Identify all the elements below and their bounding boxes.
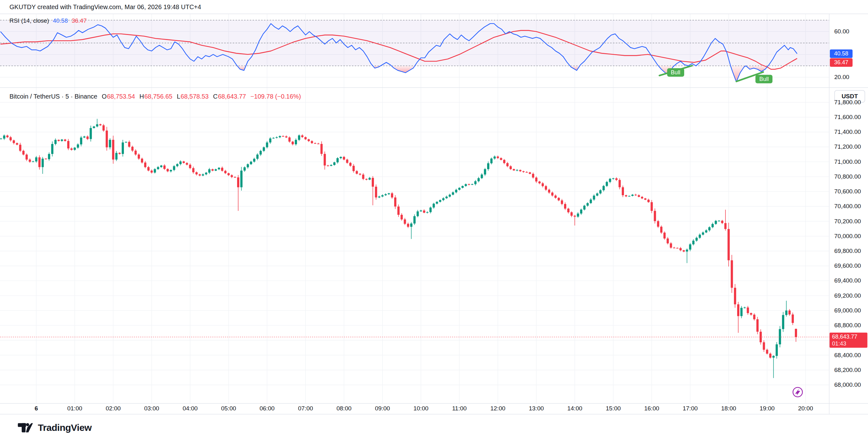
ohlc-high: H68,756.65 [140, 93, 172, 100]
tradingview-logo-icon [17, 421, 34, 435]
price-axis-label: 68,200.00 [834, 367, 861, 374]
time-axis-label: 06:00 [259, 405, 275, 412]
rsi-axis-label: 20.00 [834, 74, 849, 81]
time-axis-label: 16:00 [644, 405, 659, 412]
rsi-axis-badge: 40.58 [830, 49, 852, 58]
price-axis-label: 70,000.00 [834, 233, 861, 240]
symbol-title: Bitcoin / TetherUS · 5 · Binance [9, 93, 97, 100]
time-axis-label: 02:00 [105, 405, 121, 412]
time-axis-label: 18:00 [721, 405, 736, 412]
price-axis-label: 70,400.00 [834, 203, 861, 210]
change-value: −109.78 (−0.16%) [250, 93, 301, 100]
chart-attribution-header: GKUTDY created with TradingView.com, Mar… [9, 0, 201, 14]
rsi-indicator-legend[interactable]: RSI (14, close) 40.58 36.47 [9, 17, 87, 25]
rsi-ma-axis-badge: 36.47 [830, 58, 852, 67]
time-axis-label: 05:00 [221, 405, 236, 412]
price-axis-label: 71,800.00 [834, 99, 861, 106]
time-axis-label: 10:00 [413, 405, 429, 412]
time-axis-label: 04:00 [183, 405, 198, 412]
time-axis-label: 15:00 [606, 405, 621, 412]
time-axis-label: 09:00 [375, 405, 390, 412]
price-axis-label: 69,000.00 [834, 307, 861, 314]
price-axis-label: 71,400.00 [834, 129, 861, 135]
ohlc-low: L68,578.53 [177, 93, 209, 100]
price-axis-label: 70,600.00 [834, 188, 861, 195]
time-axis-label: 14:00 [567, 405, 582, 412]
price-axis-label: 71,000.00 [834, 159, 861, 165]
rsi-ma-value: 36.47 [71, 17, 87, 24]
time-axis-label: 01:00 [67, 405, 82, 412]
tradingview-chart-window: GKUTDY created with TradingView.com, Mar… [0, 0, 868, 440]
rsi-value: 40.58 [53, 17, 68, 24]
time-axis-label: 12:00 [490, 405, 505, 412]
lightning-icon[interactable] [793, 387, 802, 397]
time-axis-label: 03:00 [144, 405, 159, 412]
last-price-value: 68,643.77 [832, 333, 867, 340]
time-axis-label: 19:00 [760, 405, 775, 412]
header-title: GKUTDY created with TradingView.com, Mar… [9, 3, 201, 11]
ohlc-open: O68,753.54 [102, 93, 135, 100]
rsi-label: RSI (14, close) [9, 17, 49, 24]
price-axis-label: 70,800.00 [834, 173, 861, 180]
time-axis-label: 13:00 [529, 405, 544, 412]
price-axis-label: 68,800.00 [834, 322, 861, 329]
candlestick-chart[interactable] [0, 0, 868, 440]
rsi-axis-label: 60.00 [834, 28, 849, 35]
tradingview-wordmark: TradingView [38, 422, 92, 433]
price-axis-label: 69,400.00 [834, 277, 861, 284]
time-axis-label: 08:00 [336, 405, 351, 412]
candle-countdown: 01:43 [832, 340, 867, 347]
time-axis-label: 17:00 [683, 405, 698, 412]
time-axis-label: 20:00 [798, 405, 813, 412]
price-axis-label: 68,400.00 [834, 352, 861, 359]
price-axis-label: 68,000.00 [834, 381, 861, 388]
price-axis-label: 69,600.00 [834, 262, 861, 269]
time-axis-date-label: 6 [35, 405, 38, 412]
price-axis-label: 71,200.00 [834, 143, 861, 150]
price-axis-label: 69,800.00 [834, 247, 861, 255]
symbol-legend[interactable]: Bitcoin / TetherUS · 5 · Binance O68,753… [9, 92, 301, 100]
time-axis-label: 07:00 [298, 405, 313, 412]
price-axis-label: 69,200.00 [834, 292, 861, 299]
price-axis-label: 70,200.00 [834, 218, 861, 225]
time-axis-label: 11:00 [452, 405, 467, 412]
last-price-badge: 68,643.77 01:43 [830, 333, 867, 348]
tradingview-logo[interactable]: TradingView [17, 421, 92, 435]
ohlc-close: C68,643.77 [213, 93, 246, 100]
price-axis-label: 71,600.00 [834, 114, 861, 121]
bull-divergence-label: Bull [755, 75, 772, 83]
bull-divergence-label: Bull [667, 68, 684, 76]
